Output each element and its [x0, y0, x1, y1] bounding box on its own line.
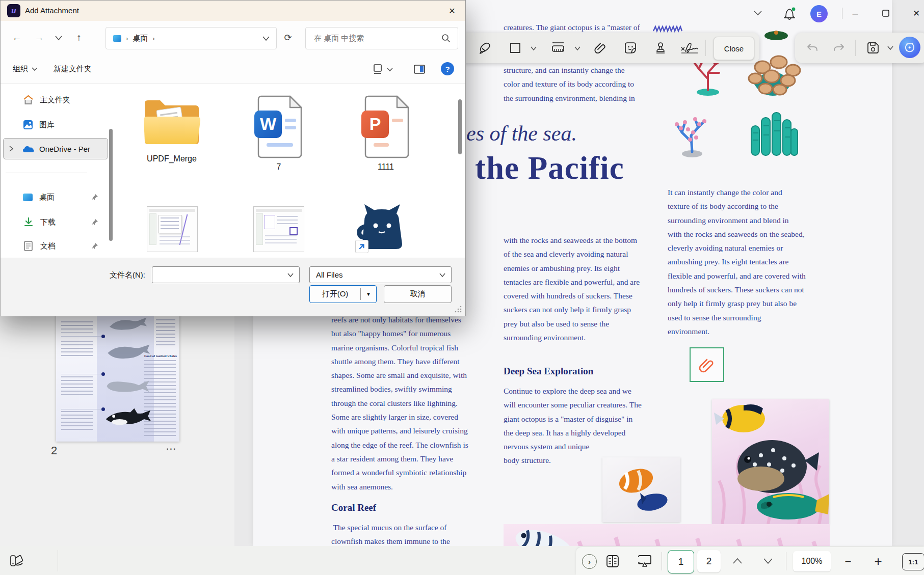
shape-tool[interactable]: [504, 36, 527, 60]
notifications-bell[interactable]: [782, 5, 797, 21]
window-close-button[interactable]: ✕: [908, 6, 924, 20]
file-item-word[interactable]: W 7: [238, 94, 320, 186]
gallery-icon: [23, 120, 33, 130]
highlighter-tool[interactable]: [473, 36, 496, 60]
zoom-level[interactable]: 100%: [793, 551, 831, 571]
sidebar-label: OneDrive - Per: [39, 145, 90, 153]
page-thumbnails-button[interactable]: [603, 552, 622, 570]
sidebar-item-downloads[interactable]: 下载: [4, 212, 108, 232]
svg-text:P: P: [369, 114, 381, 133]
redo-button[interactable]: [830, 39, 848, 57]
actual-size-button[interactable]: 1:1: [902, 553, 924, 570]
dialog-navbar: ← → ↑ › 桌面 › ⟳ 在 桌面 中搜索: [1, 21, 465, 54]
organize-button[interactable]: 组织: [13, 61, 38, 77]
new-folder-button[interactable]: 新建文件夹: [54, 61, 92, 77]
help-button[interactable]: ?: [441, 62, 454, 75]
address-chevron-icon[interactable]: [262, 36, 270, 41]
dialog-sidebar: 主文件夹 图库 OneDrive - Per 桌面: [1, 84, 117, 258]
measure-tool[interactable]: [546, 36, 570, 60]
sidebar-scrollbar[interactable]: [109, 129, 113, 241]
color-swatches-button[interactable]: [6, 550, 28, 571]
refresh-button[interactable]: ⟳: [279, 29, 297, 46]
toolbar-close-button[interactable]: Close: [714, 37, 754, 60]
clownfish-photo: [602, 457, 680, 522]
document-icon: [24, 241, 33, 251]
search-placeholder: 在 桌面 中搜索: [314, 34, 364, 43]
resize-grip[interactable]: [454, 305, 462, 313]
sidebar-item-desktop[interactable]: 桌面: [4, 187, 108, 207]
sidebar-label: 文档: [40, 241, 56, 251]
page-number-current[interactable]: 1: [668, 550, 694, 573]
open-split-button[interactable]: 打开(O) ▼: [309, 285, 377, 303]
doc-mid-paragraph-2: Continue to explore the deep sea and we …: [504, 384, 642, 468]
filetype-chevron-icon: [439, 272, 446, 278]
preview-pane-button[interactable]: [411, 62, 428, 77]
sidebar-item-onedrive[interactable]: OneDrive - Per: [4, 139, 108, 159]
paperclip-icon: [698, 356, 716, 373]
open-button-label[interactable]: 打开(O): [310, 289, 360, 299]
titlebar-chevron-down-icon[interactable]: [753, 9, 763, 16]
file-item-powerpoint[interactable]: P 1111: [345, 94, 427, 186]
account-avatar[interactable]: E: [810, 5, 828, 22]
expand-chevron-icon[interactable]: [9, 145, 14, 152]
doc-mid-heading: Deep Sea Exploration: [504, 366, 593, 377]
save-chevron-icon[interactable]: [887, 45, 894, 50]
back-button[interactable]: ←: [8, 29, 26, 46]
presentation-button[interactable]: [635, 552, 654, 570]
page-number-next[interactable]: 2: [697, 550, 721, 572]
minimize-button[interactable]: –: [847, 6, 863, 20]
filename-chevron-icon[interactable]: [287, 272, 294, 278]
address-bar[interactable]: › 桌面 ›: [105, 27, 277, 49]
breadcrumb-location[interactable]: 桌面: [133, 34, 148, 43]
file-item-cat-shortcut[interactable]: [351, 200, 412, 257]
sidebar-item-documents[interactable]: 文档: [4, 236, 108, 256]
organize-label: 组织: [13, 64, 28, 74]
pin-icon: [91, 218, 98, 226]
up-button[interactable]: ↑: [70, 29, 88, 46]
previous-page-icon[interactable]: [732, 557, 743, 565]
stamp-icon: [654, 41, 667, 54]
measure-tool-chevron-icon[interactable]: [574, 46, 581, 51]
attachment-annotation[interactable]: [690, 347, 724, 382]
file-name: UPDF_Merge: [131, 154, 213, 163]
whale-illustration: [105, 378, 151, 398]
maximize-button[interactable]: [878, 6, 894, 20]
undo-button[interactable]: [803, 39, 822, 57]
sidebar-item-home[interactable]: 主文件夹: [4, 90, 108, 110]
search-box[interactable]: 在 桌面 中搜索: [305, 27, 458, 49]
attachment-tool[interactable]: [589, 36, 612, 60]
zoom-out-button[interactable]: −: [840, 554, 856, 569]
save-button[interactable]: [863, 39, 883, 57]
ai-assistant-button[interactable]: [899, 37, 920, 58]
filetype-select[interactable]: All Files: [309, 266, 452, 283]
open-dropdown-arrow[interactable]: ▼: [361, 291, 376, 297]
dialog-title: Add Attachment: [25, 1, 79, 21]
page-thumbnail[interactable]: Food of toothed whales: [56, 314, 179, 442]
cancel-button[interactable]: 取消: [384, 285, 452, 303]
scribble-annotation[interactable]: [652, 25, 684, 33]
maximize-icon: [882, 10, 889, 17]
file-item-folder[interactable]: UPDF_Merge: [131, 94, 213, 186]
shape-tool-chevron-icon[interactable]: [530, 46, 537, 51]
forward-button[interactable]: →: [30, 29, 48, 46]
expand-panel-button[interactable]: ›: [582, 554, 597, 569]
view-mode-button[interactable]: [373, 62, 393, 77]
sidebar-label: 主文件夹: [40, 95, 70, 105]
desktop-icon: [23, 194, 33, 201]
signature-tool[interactable]: [678, 36, 701, 60]
square-shape-icon: [510, 42, 521, 53]
stamp-tool[interactable]: [649, 36, 672, 60]
sidebar-item-gallery[interactable]: 图库: [4, 115, 108, 135]
thumb-more-button[interactable]: ⋯: [162, 442, 180, 455]
highlighter-icon: [478, 41, 491, 54]
dialog-close-button[interactable]: ✕: [442, 4, 462, 18]
zoom-in-button[interactable]: +: [869, 553, 887, 569]
next-page-icon[interactable]: [762, 557, 774, 565]
recent-locations-chevron-icon[interactable]: [55, 35, 63, 41]
filename-input[interactable]: [152, 266, 300, 283]
file-item-screenshot[interactable]: [253, 206, 304, 252]
file-item-screenshot[interactable]: [147, 206, 198, 252]
sticker-tool[interactable]: [619, 36, 642, 60]
file-list-scrollbar[interactable]: [458, 99, 462, 154]
pin-icon: [91, 242, 98, 250]
